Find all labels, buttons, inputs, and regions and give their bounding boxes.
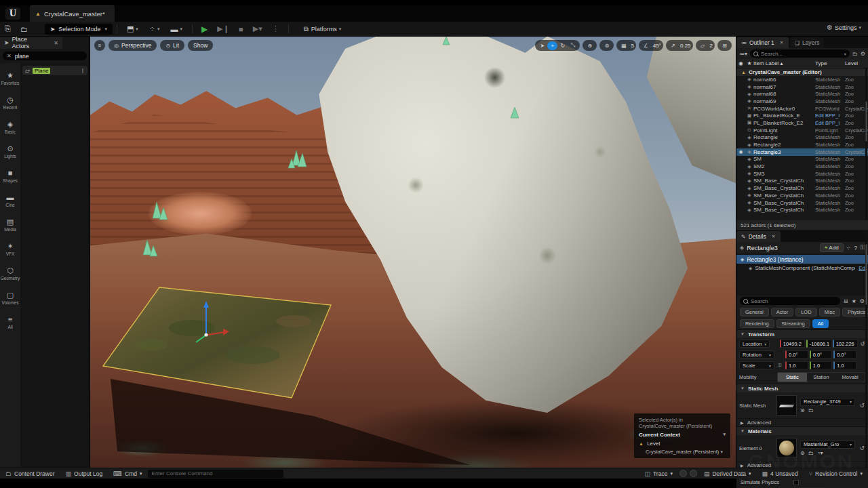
scale-tool-icon[interactable]: ⤡ <box>568 41 578 50</box>
level-tab[interactable]: ▲ CrystalCave_master* <box>30 5 115 22</box>
clear-search-icon[interactable]: ✕ <box>7 53 12 59</box>
blueprint-convert-icon[interactable]: ⁘ <box>846 245 852 251</box>
outliner-row-SM_Base_CrystalCh[interactable]: ◈ SM_Base_CrystalCh StaticMesh Zoo <box>736 199 868 207</box>
selection-mode-dropdown[interactable]: ➤ Selection Mode ▾ <box>45 24 113 35</box>
outliner-scrollbar[interactable] <box>865 68 867 220</box>
more-options-icon[interactable]: ⋮ <box>272 24 279 33</box>
category-basic[interactable]: ◈ Basic <box>0 115 20 139</box>
viewport-menu-icon[interactable]: ≡ <box>94 40 105 51</box>
item-label-column[interactable]: Item Label ▴ <box>753 60 815 66</box>
visibility-column-eye-icon[interactable]: ◉ <box>736 60 745 66</box>
category-shapes[interactable]: ■ Shapes <box>0 163 20 188</box>
cinematics-dropdown[interactable]: ▬▾ <box>171 25 183 33</box>
rotation-dropdown[interactable]: Rotation▾ <box>739 350 774 359</box>
outliner-row-SM3[interactable]: ◈ SM3 StaticMesh Zoo <box>736 170 868 178</box>
visibility-eye-icon[interactable]: ◉ <box>736 149 745 155</box>
advanced-expander[interactable]: ▶Advanced <box>736 418 868 426</box>
mobility-option-static[interactable]: Static <box>778 373 807 382</box>
outliner-column-headers[interactable]: ◉ ★ Item Label ▴ Type Level <box>736 59 868 68</box>
play-options-button[interactable]: ▶▾ <box>253 24 262 33</box>
close-icon[interactable]: ✕ <box>780 40 784 45</box>
details-tab[interactable]: ✎ Details ✕ <box>736 231 781 242</box>
scale-dropdown[interactable]: Scale▾ <box>739 361 774 369</box>
rotation-x-field[interactable]: 0.0° <box>785 350 808 359</box>
level-column[interactable]: Level <box>845 60 868 66</box>
outliner-row-Rectangle[interactable]: ◈ Rectangle StaticMesh Zoo <box>736 134 868 142</box>
chevron-down-icon[interactable]: ▾ <box>723 432 726 438</box>
content-drawer-button[interactable]: 🗀 Content Drawer <box>0 468 60 479</box>
mobility-option-station[interactable]: Station <box>807 373 836 382</box>
category-volumes[interactable]: ▢ Volumes <box>0 285 20 310</box>
level-viewport[interactable]: ≡ ◎ Perspective ⊙ Lit Show ➤ + ↻ ⤡ ⊕ ⊚ <box>90 37 736 468</box>
lock-icon[interactable]: ⚿ <box>860 244 865 251</box>
outliner-row-SM2[interactable]: ◈ SM2 StaticMesh Zoo <box>736 163 868 170</box>
outliner-row-SM_Base_CrystalCh[interactable]: ◈ SM_Base_CrystalCh StaticMesh Zoo <box>736 206 868 214</box>
screenshot-icon[interactable] <box>690 470 697 477</box>
frame-skip-button[interactable]: ▶❙ <box>217 24 229 33</box>
location-z-field[interactable]: 102.226 <box>833 340 858 348</box>
place-actors-search-input[interactable]: ✕ plane <box>3 52 87 60</box>
maximize-viewport-icon[interactable]: ⊞ <box>719 41 730 50</box>
filter-icon[interactable]: ≔▾ <box>739 51 747 57</box>
outliner-row-normal68[interactable]: ◈ normal68 StaticMesh Zoo <box>736 90 868 98</box>
scale-z-field[interactable]: 1.0 <box>833 361 856 369</box>
category-media[interactable]: ▤ Media <box>0 212 20 237</box>
details-search-input[interactable]: Search <box>740 297 840 305</box>
static-mesh-section-header[interactable]: ▼Static Mesh <box>736 384 868 392</box>
category-all[interactable]: ≡ All <box>0 310 20 334</box>
outliner-row-Rectangle2[interactable]: ◈ Rectangle2 StaticMesh Zoo <box>736 141 868 148</box>
folder-icon[interactable]: 🗀 <box>852 51 858 57</box>
scale-y-field[interactable]: 1.0 <box>810 361 833 369</box>
grid-view-icon[interactable]: ⊞ <box>844 298 848 304</box>
rotation-y-field[interactable]: 0.0° <box>810 350 833 359</box>
show-flags-dropdown[interactable]: Show <box>188 40 213 51</box>
gear-icon[interactable]: ⚙ <box>861 51 865 57</box>
move-tool-icon[interactable]: + <box>547 41 557 50</box>
category-favorites[interactable]: ★ Favorites <box>0 66 20 90</box>
favorite-column-star-icon[interactable]: ★ <box>745 60 753 66</box>
mobility-option-movabl[interactable]: Movabl <box>835 373 865 382</box>
browse-to-asset-icon[interactable]: 🗀 <box>808 407 814 413</box>
edit-blueprint-link[interactable]: Ed <box>859 265 865 271</box>
place-actors-tab[interactable]: ➤ Place Actors ✕ <box>0 37 62 49</box>
category-recent[interactable]: ◷ Recent <box>0 90 20 115</box>
console-command-input[interactable]: Enter Console Command <box>148 470 283 478</box>
outliner-row-PL_BlanketRock_E2[interactable]: ▣ PL_BlanketRock_E2 Edit BPP_I Zoo <box>736 119 868 127</box>
category-geometry[interactable]: ⬡ Geometry <box>0 261 20 285</box>
details-scrollbar[interactable] <box>865 230 867 468</box>
outliner-row-SM_Base_CrystalCh[interactable]: ◈ SM_Base_CrystalCh StaticMesh Zoo <box>736 192 868 199</box>
scale-snap-control[interactable]: ↗ 0.25 <box>666 40 693 51</box>
stop-button[interactable]: ■ <box>239 25 243 33</box>
location-dropdown[interactable]: Location▾ <box>739 340 770 348</box>
view-mode-dropdown[interactable]: ⊙ Lit <box>160 40 184 51</box>
filter-chip-all[interactable]: All <box>812 319 829 328</box>
lock-icon[interactable]: ⚿ <box>776 363 783 368</box>
gear-icon[interactable]: ⚙ <box>860 298 865 304</box>
drag-grip-icon[interactable]: ❙ <box>81 68 85 73</box>
material-asset-dropdown[interactable]: MasterMat_Gro▾ <box>800 441 855 449</box>
static-mesh-thumbnail[interactable] <box>776 395 797 415</box>
use-selected-asset-icon[interactable]: ⊛ <box>800 407 805 413</box>
play-button[interactable]: ▶ <box>201 24 208 34</box>
filter-chip-rendering[interactable]: Rendering <box>740 319 774 328</box>
star-icon[interactable]: ★ <box>852 298 856 304</box>
level-context-dropdown[interactable]: CrystalCave_master (Persistent) ▾ <box>639 449 726 455</box>
type-column[interactable]: Type <box>815 60 845 66</box>
world-local-toggle-icon[interactable]: ⊚ <box>601 41 612 50</box>
filter-chip-misc[interactable]: Misc <box>819 308 840 317</box>
outliner-row-normal66[interactable]: ◈ normal66 StaticMesh Zoo <box>736 76 868 83</box>
platforms-dropdown[interactable]: ⧉ Platforms ▾ <box>304 25 342 33</box>
outliner-search-input[interactable]: Search... ▾ <box>750 49 850 58</box>
outliner-row-normal67[interactable]: ◈ normal67 StaticMesh Zoo <box>736 83 868 91</box>
location-y-field[interactable]: -10806.1 <box>806 340 831 348</box>
outliner-row-normal69[interactable]: ◈ normal69 StaticMesh Zoo <box>736 98 868 105</box>
transform-section-header[interactable]: ▼Transform <box>736 329 868 338</box>
reset-to-default-icon[interactable]: ↺ <box>859 403 865 409</box>
reset-to-default-icon[interactable]: ↺ <box>860 341 865 347</box>
actor-result-plane[interactable]: ▱ Plane ❙ <box>22 66 87 75</box>
output-log-button[interactable]: ▥ Output Log <box>60 468 108 479</box>
help-icon[interactable]: ? <box>854 245 857 251</box>
filter-chip-physics[interactable]: Physics <box>842 308 868 317</box>
component-row[interactable]: ◈ StaticMeshComponent (StaticMeshCompone… <box>736 264 868 272</box>
instance-row[interactable]: ◈ Rectangle3 (Instance) <box>736 255 868 264</box>
